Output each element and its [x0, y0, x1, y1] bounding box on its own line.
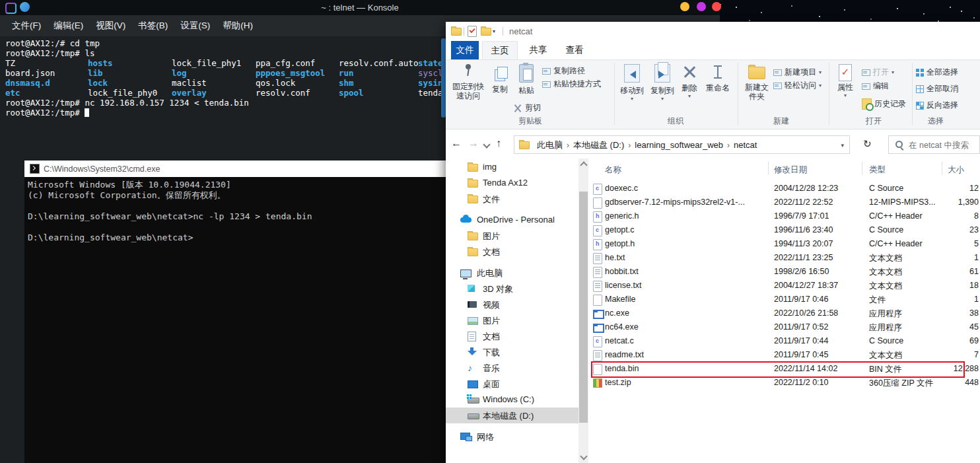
properties-icon[interactable] — [468, 26, 477, 37]
sidebar-item[interactable]: 文档 — [446, 328, 578, 344]
file-row[interactable]: license.txt2004/12/27 18:37文本文档18 — [588, 279, 980, 293]
breadcrumb-bar[interactable]: 此电脑›本地磁盘 (D:)›learning_softwear_web›netc… — [514, 135, 850, 154]
file-row[interactable]: readme.txt2011/9/17 0:45文本文档7 — [588, 348, 980, 362]
rename-button[interactable]: 重命名 — [702, 64, 734, 92]
file-row[interactable]: cnetcat.c2011/9/17 0:44C Source69 — [588, 334, 980, 348]
copy-to-button[interactable]: 复制到 ▾ — [648, 64, 677, 102]
copy-path-button[interactable]: 复制路径 — [542, 65, 585, 77]
column-header[interactable]: 修改日期 — [774, 164, 807, 176]
column-divider[interactable] — [768, 162, 769, 175]
menu-item[interactable]: 编辑(E) — [51, 18, 86, 33]
address-dropdown-icon[interactable]: ▾ — [841, 142, 844, 149]
open-group-label[interactable]: 打开 — [862, 116, 886, 127]
refresh-icon[interactable]: ↻ — [863, 138, 872, 150]
column-divider[interactable] — [862, 162, 862, 175]
menu-item[interactable]: 书签(B) — [135, 18, 170, 33]
invert-selection-button[interactable]: 反向选择 — [916, 100, 958, 111]
breadcrumb-item[interactable]: learning_softwear_web — [632, 140, 726, 150]
scroll-down-icon[interactable] — [580, 452, 587, 460]
easy-access-button[interactable]: 轻松访问 ▾ — [773, 80, 822, 91]
tab-view[interactable]: 查看 — [558, 41, 591, 59]
sidebar-item[interactable]: OneDrive - Personal — [446, 212, 578, 228]
cmd-titlebar[interactable]: C:\Windows\System32\cmd.exe — [24, 160, 446, 177]
sidebar-item[interactable]: ♪音乐 — [446, 360, 578, 376]
open-button[interactable]: 打开 ▾ — [862, 67, 894, 78]
sidebar-item[interactable]: img — [446, 159, 578, 175]
menu-item[interactable]: 设置(S) — [178, 18, 213, 33]
sidebar-item[interactable]: 文档 — [446, 244, 578, 260]
select-all-button[interactable]: 全部选择 — [916, 67, 958, 78]
file-row[interactable]: hgeneric.h1996/7/9 17:01C/C++ Header8 — [588, 209, 980, 223]
pin-to-quick-access-button[interactable]: 固定到快速访问 — [450, 63, 487, 100]
new-folder-button[interactable]: 新建文件夹 — [743, 63, 771, 101]
edit-button[interactable]: 编辑 — [862, 81, 889, 92]
menu-item[interactable]: 视图(V) — [93, 18, 128, 33]
search-input[interactable] — [907, 137, 976, 153]
forward-button[interactable]: → — [468, 137, 479, 149]
navigation-scrollbar[interactable] — [578, 159, 588, 463]
recent-locations-chevron-icon[interactable] — [483, 141, 490, 148]
back-button[interactable]: ← — [451, 137, 462, 149]
select-none-button[interactable]: 全部取消 — [916, 83, 958, 94]
sidebar-item[interactable]: 图片 — [446, 312, 578, 328]
tab-share[interactable]: 共享 — [522, 41, 555, 59]
clipboard-group-label[interactable]: 剪贴板 — [509, 116, 551, 127]
file-row[interactable]: gdbserver-7.12-mips-mips32rel2-v1-...202… — [588, 196, 980, 209]
history-button[interactable]: 历史记录 — [862, 98, 906, 110]
file-row[interactable]: cdoexec.c2004/12/28 12:23C Source12 — [588, 182, 980, 196]
column-header[interactable]: 类型 — [869, 164, 886, 176]
file-row[interactable]: Makefile2011/9/17 0:46文件1 — [588, 293, 980, 306]
file-row[interactable]: hgetopt.h1994/11/3 20:07C/C++ Header5 — [588, 237, 980, 251]
properties-button[interactable]: ✓ 属性 ▾ — [833, 64, 858, 98]
terminal-scrollbar[interactable] — [441, 38, 446, 118]
new-folder-icon[interactable] — [481, 28, 491, 36]
konsole-titlebar[interactable]: ~ : telnet — Konsole — [0, 0, 720, 15]
maximize-button[interactable] — [697, 2, 706, 11]
breadcrumb-item[interactable]: 本地磁盘 (D:) — [571, 140, 627, 150]
scroll-up-icon[interactable] — [580, 161, 587, 168]
copy-button[interactable]: 复制 — [488, 65, 512, 94]
file-row[interactable]: he.txt2022/11/1 23:25文本文档1 — [588, 251, 980, 265]
sidebar-item[interactable]: 视频 — [446, 297, 578, 312]
column-header[interactable]: 大小 — [948, 164, 964, 176]
sidebar-item[interactable]: 下载 — [446, 344, 578, 360]
sidebar-item[interactable]: Tenda Ax12 — [446, 175, 578, 191]
sidebar-item[interactable]: 本地磁盘 (D:) — [446, 408, 578, 423]
tab-home[interactable]: 主页 — [482, 41, 518, 59]
column-header[interactable]: 名称 — [605, 164, 621, 176]
cmd-output[interactable]: Microsoft Windows [版本 10.0.19044.2130](c… — [28, 180, 312, 243]
menu-item[interactable]: 帮助(H) — [220, 18, 256, 33]
sidebar-item[interactable]: 图片 — [446, 228, 578, 244]
select-group-label[interactable]: 选择 — [923, 116, 949, 127]
delete-button[interactable]: 删除 ▾ — [678, 64, 701, 99]
scrollbar-thumb[interactable] — [579, 192, 588, 423]
tab-file[interactable]: 文件 — [451, 41, 479, 59]
close-button[interactable] — [712, 2, 721, 11]
new-item-button[interactable]: 新建项目 ▾ — [773, 67, 822, 78]
sidebar-item[interactable]: 桌面 — [446, 376, 578, 392]
menu-item[interactable]: 文件(F) — [9, 18, 44, 33]
up-button[interactable]: ↑ — [496, 137, 501, 149]
new-group-label[interactable]: 新建 — [769, 116, 793, 127]
folder-icon[interactable] — [451, 28, 462, 36]
cut-button[interactable]: 剪切 — [513, 102, 541, 114]
paste-button[interactable]: 粘贴 — [513, 64, 540, 95]
move-to-button[interactable]: 移动到 ▾ — [617, 64, 647, 102]
breadcrumb-item[interactable]: 此电脑 — [534, 140, 565, 150]
chevron-down-icon[interactable]: ▾ — [493, 28, 495, 34]
file-row[interactable]: cgetopt.c1996/11/6 23:40C Source23 — [588, 223, 980, 237]
file-row[interactable]: test.zip2022/11/2 0:10360压缩 ZIP 文件448 — [588, 376, 980, 390]
organize-group-label[interactable]: 组织 — [657, 116, 694, 127]
search-box[interactable] — [888, 135, 980, 154]
paste-shortcut-button[interactable]: 粘贴快捷方式 — [542, 79, 601, 90]
sidebar-item[interactable]: 此电脑 — [446, 265, 578, 281]
file-row[interactable]: nc64.exe2011/9/17 0:52应用程序45 — [588, 320, 980, 334]
file-row[interactable]: hobbit.txt1998/2/6 16:50文本文档61 — [588, 265, 980, 279]
breadcrumb-item[interactable]: netcat — [731, 140, 759, 150]
sidebar-item[interactable]: 3D 对象 — [446, 281, 578, 297]
column-divider[interactable] — [942, 162, 942, 175]
sidebar-item[interactable]: 网络 — [446, 429, 578, 445]
file-row[interactable]: nc.exe2022/10/26 21:58应用程序38 — [588, 306, 980, 320]
sidebar-item[interactable]: Windows (C:) — [446, 392, 578, 408]
minimize-button[interactable] — [680, 2, 689, 11]
